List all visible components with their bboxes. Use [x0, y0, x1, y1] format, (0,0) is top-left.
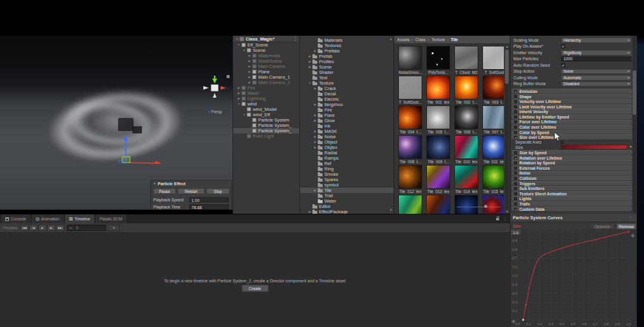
project-folder-prefab[interactable]: ▶Prefab	[300, 54, 394, 59]
property-dropdown-emitter-velocity[interactable]: Rigidbody▼	[561, 50, 631, 55]
hierarchy-item-particle-system[interactable]: Particle System	[233, 117, 299, 123]
project-folder-prefabs[interactable]: ▶Prefabs	[300, 48, 394, 54]
expand-arrow-icon[interactable]: ▶	[313, 113, 317, 118]
assets-scroll-up-icon[interactable]: ▲	[506, 45, 509, 48]
asset-tile[interactable]	[397, 195, 423, 214]
hierarchy-menu-icon[interactable]: ⋮	[293, 36, 298, 41]
project-folder-editor[interactable]: Editor	[300, 204, 394, 209]
hierarchy-item-scene[interactable]: ▼Scene	[233, 48, 299, 53]
asset-tile[interactable]	[481, 195, 504, 214]
module-rotation-by-speed[interactable]: Rotation by Speed	[512, 160, 632, 165]
asset-tile-tile-002-t[interactable]: Tile_002_t...	[453, 76, 479, 104]
hierarchy-item-particle-system[interactable]: Particle System_	[233, 123, 299, 128]
expand-arrow-icon[interactable]: ▶	[247, 53, 252, 58]
project-folder-profiles[interactable]: ▶Profiles	[300, 59, 394, 64]
project-folder-scene[interactable]: ▶Scene	[300, 64, 394, 70]
project-folder-test[interactable]: Test	[300, 75, 394, 80]
asset-tile-tile-005-t[interactable]: Tile_005_t...	[425, 105, 451, 134]
expand-arrow-icon[interactable]: ▼	[308, 80, 312, 86]
project-folder-objtex[interactable]: ▶Objtex	[300, 145, 394, 150]
module-checkbox[interactable]	[514, 120, 517, 123]
property-checkbox-play-on-awake[interactable]: ✓	[561, 44, 565, 48]
module-checkbox[interactable]	[514, 100, 517, 103]
hierarchy-item-water[interactable]: ▶Water	[233, 91, 299, 96]
scroll-up-icon[interactable]: ▲	[389, 37, 392, 41]
hierarchy-scene-header[interactable]: ▼ Class_Magic* ⋮	[233, 36, 299, 42]
module-checkbox[interactable]	[514, 116, 517, 119]
module-checkbox[interactable]: ✓	[514, 208, 517, 211]
module-velocity-over-lifetime[interactable]: Velocity over Lifetime	[512, 99, 632, 104]
property-dropdown-culling-mode[interactable]: Automatic▼	[561, 75, 631, 80]
project-folder-crack[interactable]: ▶Crack	[300, 86, 394, 91]
size-curve-preview[interactable]: ▼	[561, 145, 627, 150]
play-range-icon[interactable]: [▶]	[69, 226, 73, 229]
particle-effect-panel-title[interactable]: ▼ Particle Effect	[151, 180, 231, 187]
create-button[interactable]: Create	[242, 285, 268, 292]
module-texture-sheet-animation[interactable]: Texture Sheet Animation	[512, 191, 632, 196]
module-checkbox[interactable]	[514, 126, 517, 129]
asset-tile-tile-013-tex[interactable]: Tile_013_tex	[425, 165, 451, 194]
hierarchy-item-wind-model[interactable]: wind_Model	[233, 107, 299, 112]
frame-counter-field[interactable]: [▶] 0	[67, 225, 106, 231]
asset-tile-tile-014-tex[interactable]: Tile_014_tex	[453, 165, 479, 194]
view-orientation-gizmo[interactable]: x	[200, 75, 230, 105]
timeline-options-dropdown[interactable]: ▼	[108, 225, 120, 231]
stop-button[interactable]: Stop	[206, 188, 230, 194]
project-folder-symbol[interactable]: symbol	[300, 182, 394, 188]
asset-tile-tile-008-t[interactable]: Tile_008_t...	[397, 135, 423, 164]
module-checkbox[interactable]	[514, 151, 517, 154]
project-folder-electric[interactable]: Electric	[300, 96, 394, 102]
expand-arrow-icon[interactable]: ▶	[308, 54, 312, 59]
hierarchy-item-lightning[interactable]: ▶Lightning	[233, 96, 299, 101]
curve-key-end[interactable]	[627, 231, 630, 233]
breadcrumb-item-tile[interactable]: Tile	[451, 38, 458, 42]
tab-timeline[interactable]: Timeline	[65, 214, 94, 223]
module-shape[interactable]: Shape	[512, 94, 632, 99]
curves-panel-header[interactable]: Particle System Curves ⋮	[510, 214, 637, 222]
breadcrumb-item-class[interactable]: Class	[416, 38, 426, 42]
asset-tile-tile-010-tex[interactable]: Tile_010_tex	[453, 135, 479, 164]
restart-button[interactable]: Restart	[178, 188, 205, 194]
hierarchy-item-modescene[interactable]: ▶ModeScene	[233, 58, 299, 64]
curves-menu-icon[interactable]: ⋮	[628, 216, 633, 220]
expand-arrow-icon[interactable]: ▶	[313, 86, 317, 91]
module-color-by-speed[interactable]: Color by Speed	[512, 130, 632, 135]
hierarchy-item-main-camera[interactable]: ▶Main Camera	[233, 64, 299, 69]
expand-arrow-icon[interactable]: ▶	[237, 96, 241, 101]
expand-arrow-icon[interactable]: ▶	[313, 134, 317, 139]
module-checkbox[interactable]	[514, 167, 517, 170]
module-checkbox[interactable]	[514, 197, 517, 200]
project-folder-ink[interactable]: Ink	[300, 123, 394, 129]
asset-tile-t-softdust[interactable]: T_SoftDust...	[397, 76, 423, 104]
module-inherit-velocity[interactable]: Inherit Velocity	[512, 109, 632, 114]
project-folder-noise[interactable]: ▶Noise	[300, 134, 394, 139]
chevron-down-icon[interactable]: ▼	[630, 145, 632, 148]
asset-tile-tile-003-t[interactable]: Tile_003_t...	[481, 76, 504, 104]
asset-tile-tile-007-t[interactable]: Tile_007_t...	[481, 105, 504, 134]
expand-arrow-icon[interactable]: ▶	[237, 91, 241, 96]
expand-arrow-icon[interactable]: ▶	[313, 102, 317, 107]
module-checkbox[interactable]: ✓	[514, 157, 517, 160]
asset-tile-tile-006-t[interactable]: Tile_006_t...	[453, 105, 479, 134]
module-checkbox[interactable]	[514, 187, 517, 190]
project-folder-glow[interactable]: ▶Glow	[300, 118, 394, 123]
move-gizmo[interactable]	[89, 92, 167, 164]
expand-arrow-icon[interactable]: ▶	[313, 145, 317, 150]
hierarchy-item-fire[interactable]: ▶Fire	[233, 85, 299, 91]
module-external-forces[interactable]: External Forces	[512, 166, 632, 170]
project-folder-fire[interactable]: Fire	[300, 107, 394, 113]
property-dropdown-stop-action[interactable]: None▼	[561, 69, 631, 74]
curve-editor-plot[interactable]: 1.00.90.80.70.60.50.40.30.20.10.00.10.20…	[510, 230, 637, 327]
project-folder-mask[interactable]: ▶MASK	[300, 129, 394, 134]
expand-arrow-icon[interactable]: ▶	[313, 139, 317, 145]
module-color-over-lifetime[interactable]: Color over Lifetime	[512, 124, 632, 129]
expand-arrow-icon[interactable]: ▼	[242, 112, 246, 117]
module-checkbox[interactable]: ✓	[514, 90, 517, 93]
inspector-scrollbar[interactable]	[633, 36, 636, 214]
prev-frame-button[interactable]: |◀	[29, 225, 38, 231]
asset-tile-tile-004-t[interactable]: Tile_004_t...	[397, 105, 423, 134]
project-folder-tile[interactable]: ▶Tile	[300, 188, 394, 193]
module-triggers[interactable]: Triggers	[512, 181, 632, 186]
curve-settings-gear-icon[interactable]: ⚙	[631, 233, 634, 238]
asset-tile-noisesmoo[interactable]: NoiseSmoo...	[397, 46, 423, 74]
